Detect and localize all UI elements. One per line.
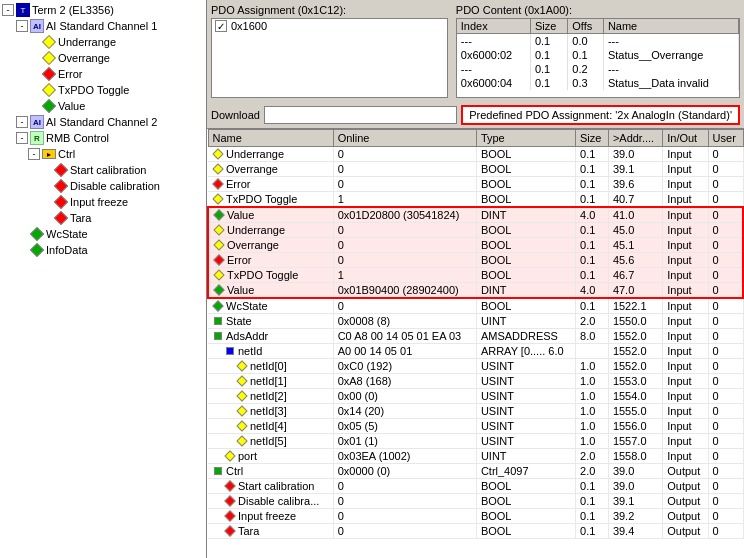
tree-item-overrange1[interactable]: Overrange [0,50,206,66]
cell-size: 1.0 [576,419,609,434]
table-row[interactable]: Overrange0BOOL0.139.1Input0 [208,162,743,177]
cell-name: netId[2] [208,389,333,404]
cell-inout: Input [663,329,708,344]
cell-size: 0.1 [576,509,609,524]
row-icon [224,495,236,507]
tree-label-startcal: Start calibration [70,164,146,176]
cell-name: Underrange [208,223,333,238]
table-row[interactable]: TxPDO Toggle1BOOL0.146.7Input0 [208,268,743,283]
table-row[interactable]: WcState0BOOL0.11522.1Input0 [208,298,743,314]
table-row[interactable]: netId[5]0x01 (1)USINT1.01557.0Input0 [208,434,743,449]
table-row[interactable]: netId[4]0x05 (5)USINT1.01556.0Input0 [208,419,743,434]
table-row[interactable]: Overrange0BOOL0.145.1Input0 [208,238,743,253]
table-row[interactable]: Underrange0BOOL0.139.0Input0 [208,147,743,162]
pdo-row[interactable]: 0x6000:020.10.1Status__Overrange [457,48,739,62]
cell-online: 0x00 (0) [333,389,476,404]
table-row[interactable]: Ctrl0x0000 (0)Ctrl_40972.039.0Output0 [208,464,743,479]
tree-item-error1[interactable]: Error [0,66,206,82]
expand-placeholder [28,36,40,48]
cell-addr: 39.4 [608,524,662,539]
table-row[interactable]: netId[1]0xA8 (168)USINT1.01553.0Input0 [208,374,743,389]
tree-item-tara[interactable]: Tara [0,210,206,226]
tree-item-ctrl[interactable]: -▸Ctrl [0,146,206,162]
tree-item-value1[interactable]: Value [0,98,206,114]
cell-type: AMSADDRESS [476,329,575,344]
table-row[interactable]: AdsAddrC0 A8 00 14 05 01 EA 03AMSADDRESS… [208,329,743,344]
cell-user: 0 [708,404,743,419]
expand-icon-ai1[interactable]: - [16,20,28,32]
table-row[interactable]: port0x03EA (1002)UINT2.01558.0Input0 [208,449,743,464]
tree-item-infodata[interactable]: InfoData [0,242,206,258]
cell-name: netId[0] [208,359,333,374]
node-icon-term2: T [16,3,30,17]
tree-label-term2: Term 2 (EL3356) [32,4,114,16]
download-input[interactable] [264,106,457,124]
tree-item-ai2[interactable]: -AIAI Standard Channel 2 [0,114,206,130]
tree-item-ai1[interactable]: -AIAI Standard Channel 1 [0,18,206,34]
cell-addr: 45.6 [608,253,662,268]
table-row[interactable]: netId[0]0xC0 (192)USINT1.01552.0Input0 [208,359,743,374]
tree-label-underrange1: Underrange [58,36,116,48]
table-row[interactable]: Value0x01B90400 (28902400)DINT4.047.0Inp… [208,283,743,299]
pdo-row[interactable]: ---0.10.2--- [457,62,739,76]
table-row[interactable]: netId[3]0x14 (20)USINT1.01555.0Input0 [208,404,743,419]
cell-size: 4.0 [576,207,609,223]
table-row[interactable]: Error0BOOL0.139.6Input0 [208,177,743,192]
cell-addr: 39.0 [608,147,662,162]
table-row[interactable]: Underrange0BOOL0.145.0Input0 [208,223,743,238]
cell-addr: 1553.0 [608,374,662,389]
expand-icon-ai2[interactable]: - [16,116,28,128]
node-icon-rmb: R [30,131,44,145]
row-icon [224,525,236,537]
cell-type: BOOL [476,479,575,494]
row-icon [212,330,224,342]
tree-item-startcal[interactable]: Start calibration [0,162,206,178]
expand-icon-rmb[interactable]: - [16,132,28,144]
pdo-cell-index: --- [457,62,531,76]
tree-item-underrange1[interactable]: Underrange [0,34,206,50]
cell-user: 0 [708,479,743,494]
cell-name: Ctrl [208,464,333,479]
col-header: Online [333,130,476,147]
cell-name: Underrange [208,147,333,162]
row-icon [212,315,224,327]
table-row[interactable]: Tara0BOOL0.139.4Output0 [208,524,743,539]
cell-type: USINT [476,359,575,374]
cell-online: 1 [333,268,476,283]
tree-item-term2[interactable]: -TTerm 2 (EL3356) [0,2,206,18]
table-row[interactable]: netIdA0 00 14 05 01ARRAY [0..... 6.01552… [208,344,743,359]
cell-online: 0x0008 (8) [333,314,476,329]
pdo-checkbox[interactable] [215,20,227,32]
table-row[interactable]: Disable calibra...0BOOL0.139.1Output0 [208,494,743,509]
table-row[interactable]: Error0BOOL0.145.6Input0 [208,253,743,268]
expand-icon-term2[interactable]: - [2,4,14,16]
tree-item-rmb[interactable]: -RRMB Control [0,130,206,146]
cell-addr: 39.6 [608,177,662,192]
pdo-assignment-item[interactable]: 0x1600 [212,19,447,33]
tree-item-wcstate[interactable]: WcState [0,226,206,242]
table-row[interactable]: TxPDO Toggle1BOOL0.140.7Input0 [208,192,743,208]
cell-inout: Output [663,524,708,539]
pdo-content-table: Index Size Offs Name ---0.10.0---0x6000:… [456,18,740,98]
table-row[interactable]: State0x0008 (8)UINT2.01550.0Input0 [208,314,743,329]
expand-icon-ctrl[interactable]: - [28,148,40,160]
pdo-content-box: PDO Content (0x1A00): Index Size Offs Na… [456,4,740,98]
tree-item-inputfreeze[interactable]: Input freeze [0,194,206,210]
cell-inout: Input [663,162,708,177]
cell-user: 0 [708,434,743,449]
table-row[interactable]: netId[2]0x00 (0)USINT1.01554.0Input0 [208,389,743,404]
cell-user: 0 [708,389,743,404]
tree-item-txpdo1[interactable]: TxPDO Toggle [0,82,206,98]
node-icon-overrange1 [42,51,56,65]
table-row[interactable]: Input freeze0BOOL0.139.2Output0 [208,509,743,524]
table-row[interactable]: Value0x01D20800 (30541824)DINT4.041.0Inp… [208,207,743,223]
pdo-cell-offs: 0.3 [568,76,604,90]
pdo-row[interactable]: 0x6000:040.10.3Status__Data invalid [457,76,739,90]
row-icon [212,193,224,205]
cell-type: BOOL [476,268,575,283]
pdo-assignment-box: PDO Assignment (0x1C12): 0x1600 [211,4,448,98]
table-row[interactable]: Start calibration0BOOL0.139.0Output0 [208,479,743,494]
pdo-row[interactable]: ---0.10.0--- [457,34,739,49]
node-icon-ctrl: ▸ [42,147,56,161]
tree-item-disablecal[interactable]: Disable calibration [0,178,206,194]
